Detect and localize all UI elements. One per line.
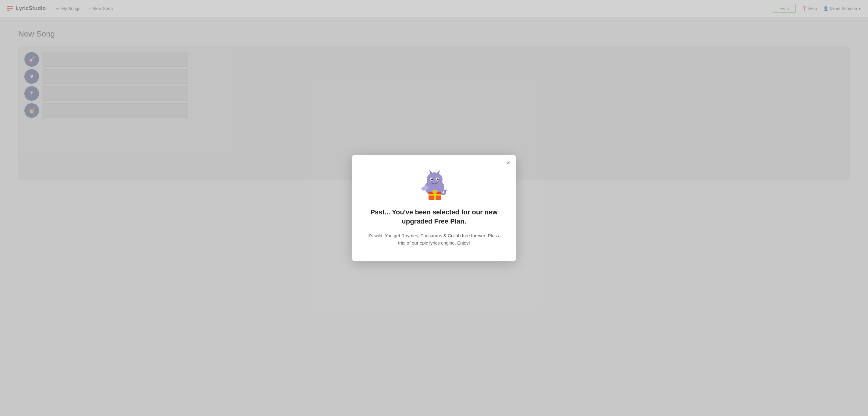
svg-marker-2 [429,170,432,173]
modal-body: It's wild. You get Rhymes, Thesaurus & C… [366,232,502,247]
modal-overlay: × [0,0,868,416]
svg-point-7 [437,179,439,180]
modal-close-button[interactable]: × [506,160,510,166]
svg-marker-3 [437,170,440,173]
svg-point-6 [431,179,433,180]
modal-headline: Psst... You've been selected for our new… [366,208,502,226]
svg-rect-13 [429,194,441,195]
mascot-svg [416,167,452,200]
modal-mascot [366,167,502,200]
svg-point-1 [427,172,442,187]
svg-point-16 [434,191,436,193]
modal: × [352,155,516,261]
